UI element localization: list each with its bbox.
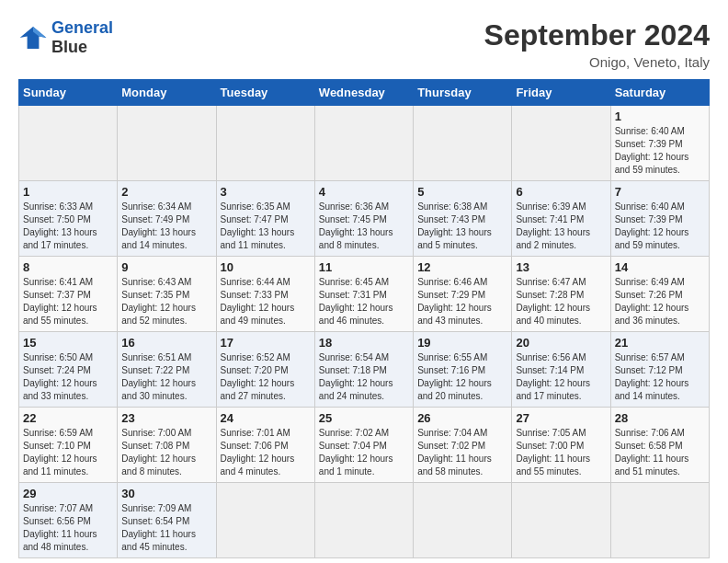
- day-cell: [314, 483, 413, 558]
- day-cell: 14 Sunrise: 6:49 AMSunset: 7:26 PMDaylig…: [610, 257, 709, 332]
- day-detail: Sunrise: 6:45 AMSunset: 7:31 PMDaylight:…: [319, 276, 409, 327]
- location: Onigo, Veneto, Italy: [484, 54, 710, 70]
- day-detail: Sunrise: 6:54 AMSunset: 7:18 PMDaylight:…: [319, 351, 409, 403]
- week-row-5: 29 Sunrise: 7:07 AMSunset: 6:56 PMDaylig…: [19, 483, 710, 558]
- day-cell: 6 Sunrise: 6:39 AMSunset: 7:41 PMDayligh…: [512, 181, 610, 257]
- day-cell: 27 Sunrise: 7:05 AMSunset: 7:00 PMDaylig…: [512, 408, 610, 483]
- day-number: 10: [221, 260, 311, 274]
- day-cell: 7 Sunrise: 6:40 AMSunset: 7:39 PMDayligh…: [610, 181, 709, 257]
- day-cell: 26 Sunrise: 7:04 AMSunset: 7:02 PMDaylig…: [414, 408, 512, 483]
- day-number: 4: [319, 185, 409, 199]
- day-number: 7: [615, 185, 705, 199]
- header-cell-monday: Monday: [118, 80, 216, 106]
- day-number: 19: [417, 336, 507, 350]
- logo-icon: [18, 23, 48, 52]
- day-number: 8: [23, 260, 113, 274]
- day-number: 16: [121, 336, 211, 350]
- header: General Blue September 2024 Onigo, Venet…: [18, 18, 710, 70]
- day-detail: Sunrise: 6:33 AMSunset: 7:50 PMDaylight:…: [23, 201, 113, 252]
- day-cell: [216, 106, 314, 181]
- day-cell: [118, 106, 216, 181]
- day-number: 17: [221, 336, 311, 350]
- day-detail: Sunrise: 6:41 AMSunset: 7:37 PMDaylight:…: [23, 276, 113, 327]
- day-number: 15: [23, 336, 113, 350]
- day-number: 20: [516, 336, 606, 350]
- day-cell: 11 Sunrise: 6:45 AMSunset: 7:31 PMDaylig…: [314, 257, 413, 332]
- day-detail: Sunrise: 7:00 AMSunset: 7:08 PMDaylight:…: [121, 427, 211, 478]
- day-number: 11: [319, 260, 409, 274]
- logo-text: General Blue: [51, 18, 113, 57]
- day-cell: 19 Sunrise: 6:55 AMSunset: 7:16 PMDaylig…: [414, 332, 512, 408]
- calendar-body: 1 Sunrise: 6:40 AMSunset: 7:39 PMDayligh…: [19, 106, 710, 558]
- day-cell: 4 Sunrise: 6:36 AMSunset: 7:45 PMDayligh…: [314, 181, 413, 257]
- day-number: 12: [417, 260, 507, 274]
- header-row: SundayMondayTuesdayWednesdayThursdayFrid…: [19, 80, 710, 106]
- day-number: 27: [516, 411, 606, 425]
- day-detail: Sunrise: 7:09 AMSunset: 6:54 PMDaylight:…: [121, 502, 211, 554]
- header-cell-saturday: Saturday: [610, 80, 709, 106]
- day-number: 9: [121, 260, 211, 274]
- day-detail: Sunrise: 7:05 AMSunset: 7:00 PMDaylight:…: [516, 427, 606, 478]
- header-cell-thursday: Thursday: [414, 80, 512, 106]
- day-cell: 10 Sunrise: 6:44 AMSunset: 7:33 PMDaylig…: [216, 257, 314, 332]
- day-number: 6: [516, 185, 606, 199]
- day-detail: Sunrise: 6:52 AMSunset: 7:20 PMDaylight:…: [221, 351, 311, 403]
- day-detail: Sunrise: 6:38 AMSunset: 7:43 PMDaylight:…: [417, 201, 507, 252]
- day-cell: 3 Sunrise: 6:35 AMSunset: 7:47 PMDayligh…: [216, 181, 314, 257]
- day-cell: 9 Sunrise: 6:43 AMSunset: 7:35 PMDayligh…: [118, 257, 216, 332]
- day-cell: [216, 483, 314, 558]
- day-detail: Sunrise: 6:34 AMSunset: 7:49 PMDaylight:…: [121, 201, 211, 252]
- day-cell: 23 Sunrise: 7:00 AMSunset: 7:08 PMDaylig…: [118, 408, 216, 483]
- day-number: 26: [417, 411, 507, 425]
- day-detail: Sunrise: 7:06 AMSunset: 6:58 PMDaylight:…: [615, 427, 705, 478]
- day-detail: Sunrise: 6:44 AMSunset: 7:33 PMDaylight:…: [221, 276, 311, 327]
- day-cell: [19, 106, 118, 181]
- day-detail: Sunrise: 6:55 AMSunset: 7:16 PMDaylight:…: [417, 351, 507, 403]
- week-row-0: 1 Sunrise: 6:40 AMSunset: 7:39 PMDayligh…: [19, 106, 710, 181]
- week-row-4: 22 Sunrise: 6:59 AMSunset: 7:10 PMDaylig…: [19, 408, 710, 483]
- day-cell: [512, 106, 610, 181]
- week-row-2: 8 Sunrise: 6:41 AMSunset: 7:37 PMDayligh…: [19, 257, 710, 332]
- day-cell: 5 Sunrise: 6:38 AMSunset: 7:43 PMDayligh…: [414, 181, 512, 257]
- day-cell: 20 Sunrise: 6:56 AMSunset: 7:14 PMDaylig…: [512, 332, 610, 408]
- week-row-1: 1 Sunrise: 6:33 AMSunset: 7:50 PMDayligh…: [19, 181, 710, 257]
- day-cell: 22 Sunrise: 6:59 AMSunset: 7:10 PMDaylig…: [19, 408, 118, 483]
- day-detail: Sunrise: 6:49 AMSunset: 7:26 PMDaylight:…: [615, 276, 705, 327]
- day-cell: 18 Sunrise: 6:54 AMSunset: 7:18 PMDaylig…: [314, 332, 413, 408]
- day-cell: 15 Sunrise: 6:50 AMSunset: 7:24 PMDaylig…: [19, 332, 118, 408]
- day-detail: Sunrise: 7:02 AMSunset: 7:04 PMDaylight:…: [319, 427, 409, 478]
- day-cell: [512, 483, 610, 558]
- day-cell: 13 Sunrise: 6:47 AMSunset: 7:28 PMDaylig…: [512, 257, 610, 332]
- header-cell-tuesday: Tuesday: [216, 80, 314, 106]
- day-detail: Sunrise: 6:51 AMSunset: 7:22 PMDaylight:…: [121, 351, 211, 403]
- month-title: September 2024: [484, 18, 710, 52]
- day-cell: 30 Sunrise: 7:09 AMSunset: 6:54 PMDaylig…: [118, 483, 216, 558]
- day-detail: Sunrise: 7:04 AMSunset: 7:02 PMDaylight:…: [417, 427, 507, 478]
- day-detail: Sunrise: 6:59 AMSunset: 7:10 PMDaylight:…: [23, 427, 113, 478]
- day-detail: Sunrise: 6:47 AMSunset: 7:28 PMDaylight:…: [516, 276, 606, 327]
- day-number: 1: [615, 109, 705, 123]
- day-cell: 8 Sunrise: 6:41 AMSunset: 7:37 PMDayligh…: [19, 257, 118, 332]
- day-cell: [314, 106, 413, 181]
- day-detail: Sunrise: 6:35 AMSunset: 7:47 PMDaylight:…: [221, 201, 311, 252]
- day-cell: 1 Sunrise: 6:33 AMSunset: 7:50 PMDayligh…: [19, 181, 118, 257]
- calendar-table: SundayMondayTuesdayWednesdayThursdayFrid…: [18, 79, 710, 558]
- day-detail: Sunrise: 6:43 AMSunset: 7:35 PMDaylight:…: [121, 276, 211, 327]
- title-area: September 2024 Onigo, Veneto, Italy: [484, 18, 710, 70]
- day-cell: 25 Sunrise: 7:02 AMSunset: 7:04 PMDaylig…: [314, 408, 413, 483]
- day-cell: 29 Sunrise: 7:07 AMSunset: 6:56 PMDaylig…: [19, 483, 118, 558]
- day-detail: Sunrise: 7:07 AMSunset: 6:56 PMDaylight:…: [23, 502, 113, 554]
- day-detail: Sunrise: 6:36 AMSunset: 7:45 PMDaylight:…: [319, 201, 409, 252]
- day-cell: 24 Sunrise: 7:01 AMSunset: 7:06 PMDaylig…: [216, 408, 314, 483]
- day-cell: 12 Sunrise: 6:46 AMSunset: 7:29 PMDaylig…: [414, 257, 512, 332]
- day-detail: Sunrise: 6:56 AMSunset: 7:14 PMDaylight:…: [516, 351, 606, 403]
- logo: General Blue: [18, 18, 113, 57]
- day-number: 22: [23, 411, 113, 425]
- day-cell: 1 Sunrise: 6:40 AMSunset: 7:39 PMDayligh…: [610, 106, 709, 181]
- day-number: 29: [23, 487, 113, 500]
- day-number: 13: [516, 260, 606, 274]
- day-cell: [414, 483, 512, 558]
- week-row-3: 15 Sunrise: 6:50 AMSunset: 7:24 PMDaylig…: [19, 332, 710, 408]
- header-cell-sunday: Sunday: [19, 80, 118, 106]
- day-detail: Sunrise: 6:40 AMSunset: 7:39 PMDaylight:…: [615, 201, 705, 252]
